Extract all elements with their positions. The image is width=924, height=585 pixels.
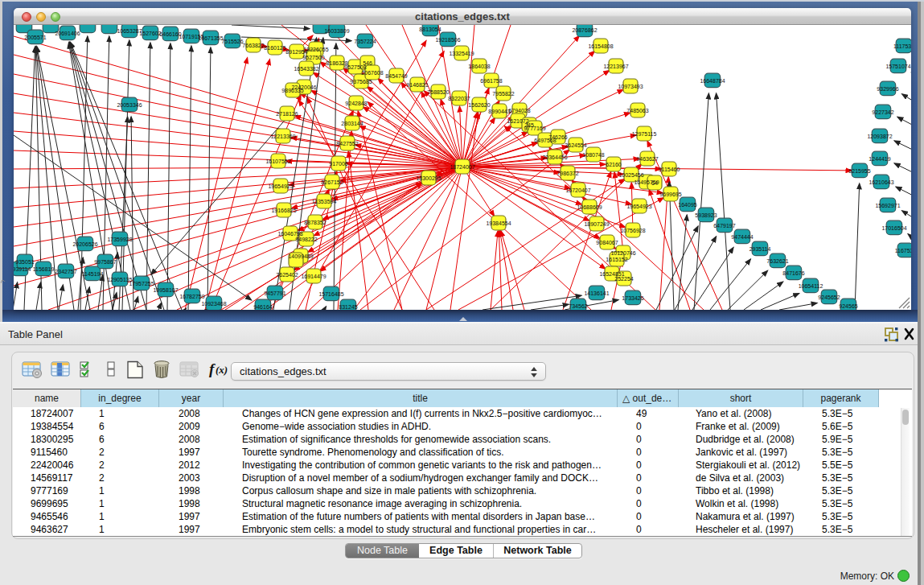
svg-text:1615152: 1615152 bbox=[606, 257, 627, 262]
svg-text:18907249: 18907249 bbox=[584, 221, 609, 227]
svg-text:7357224: 7357224 bbox=[354, 39, 376, 44]
svg-text:19654923: 19654923 bbox=[626, 204, 651, 209]
svg-text:12093872: 12093872 bbox=[867, 134, 892, 139]
svg-text:16914479: 16914479 bbox=[301, 274, 326, 279]
svg-text:1145194: 1145194 bbox=[82, 271, 104, 277]
svg-text:7663822: 7663822 bbox=[242, 43, 264, 48]
svg-text:9375685: 9375685 bbox=[350, 79, 372, 84]
svg-text:1156819: 1156819 bbox=[33, 266, 55, 272]
svg-text:7632621: 7632621 bbox=[766, 258, 788, 264]
svg-text:20876862: 20876862 bbox=[572, 27, 597, 33]
svg-text:(x): (x) bbox=[216, 364, 228, 376]
svg-text:16671355: 16671355 bbox=[198, 35, 223, 41]
svg-text:16033809: 16033809 bbox=[324, 28, 349, 34]
svg-text:9474444: 9474444 bbox=[731, 234, 753, 240]
svg-text:9329966: 9329966 bbox=[877, 86, 898, 92]
svg-text:20364456: 20364456 bbox=[542, 154, 567, 160]
svg-text:9146821: 9146821 bbox=[406, 82, 428, 88]
svg-text:946164: 946164 bbox=[253, 304, 272, 310]
svg-text:1864038: 1864038 bbox=[468, 64, 490, 69]
svg-text:2005571: 2005571 bbox=[24, 35, 46, 40]
svg-text:2803144: 2803144 bbox=[341, 121, 363, 126]
svg-text:924565: 924565 bbox=[839, 303, 857, 309]
svg-text:1117538: 1117538 bbox=[893, 43, 911, 49]
svg-text:8813054: 8813054 bbox=[419, 27, 441, 32]
svg-text:9245652: 9245652 bbox=[818, 295, 840, 300]
svg-text:7485063: 7485063 bbox=[626, 108, 648, 113]
svg-text:16107552: 16107552 bbox=[265, 159, 290, 164]
svg-text:f: f bbox=[209, 360, 216, 377]
svg-text:3624554: 3624554 bbox=[565, 142, 586, 148]
svg-text:15751074: 15751074 bbox=[885, 64, 910, 69]
svg-text:16782759: 16782759 bbox=[179, 294, 204, 299]
svg-text:16210643: 16210643 bbox=[869, 179, 893, 185]
svg-text:1080748: 1080748 bbox=[582, 152, 604, 158]
svg-text:6961758: 6961758 bbox=[480, 78, 502, 84]
svg-text:1733426: 1733426 bbox=[622, 295, 643, 301]
svg-text:10756928: 10756928 bbox=[620, 228, 645, 233]
svg-text:9463627: 9463627 bbox=[636, 156, 658, 162]
svg-text:17016504: 17016504 bbox=[881, 225, 906, 231]
svg-text:917006: 917006 bbox=[329, 161, 347, 167]
svg-text:15716485: 15716485 bbox=[318, 291, 343, 297]
svg-text:14136141: 14136141 bbox=[584, 290, 609, 296]
svg-text:9227342: 9227342 bbox=[872, 109, 893, 115]
svg-text:10653287: 10653287 bbox=[117, 28, 142, 34]
svg-text:16154808: 16154808 bbox=[588, 43, 613, 49]
svg-text:12213967: 12213967 bbox=[603, 64, 628, 69]
svg-text:8267150: 8267150 bbox=[321, 179, 343, 185]
svg-text:734562: 734562 bbox=[569, 303, 587, 309]
svg-text:18226055: 18226055 bbox=[303, 47, 328, 52]
svg-text:18300295: 18300295 bbox=[416, 175, 441, 181]
svg-text:1244419: 1244419 bbox=[869, 156, 890, 162]
svg-text:10120746: 10120746 bbox=[610, 250, 635, 256]
svg-text:6479197: 6479197 bbox=[713, 223, 735, 229]
svg-text:2935114: 2935114 bbox=[749, 246, 771, 252]
svg-text:17359928: 17359928 bbox=[107, 237, 132, 242]
svg-text:11353594: 11353594 bbox=[312, 199, 337, 204]
svg-text:1167533: 1167533 bbox=[895, 248, 911, 253]
svg-text:19384554: 19384554 bbox=[486, 220, 511, 226]
svg-text:8878352: 8878352 bbox=[304, 220, 326, 225]
svg-text:20053346: 20053346 bbox=[117, 102, 142, 108]
svg-text:252254: 252254 bbox=[614, 276, 633, 282]
svg-text:15720407: 15720407 bbox=[565, 187, 590, 193]
svg-text:6794028: 6794028 bbox=[508, 108, 530, 113]
svg-text:64: 64 bbox=[651, 180, 658, 186]
svg-text:10923468: 10923468 bbox=[201, 301, 226, 307]
svg-text:18724007: 18724007 bbox=[450, 164, 474, 170]
svg-text:10973493: 10973493 bbox=[618, 84, 643, 89]
svg-text:2342757: 2342757 bbox=[55, 269, 76, 274]
svg-text:2718126: 2718126 bbox=[276, 111, 298, 117]
svg-text:9242848: 9242848 bbox=[345, 101, 367, 106]
svg-text:5938923: 5938923 bbox=[695, 212, 717, 218]
svg-text:15692971: 15692971 bbox=[875, 203, 900, 208]
svg-text:9896335: 9896335 bbox=[281, 88, 303, 93]
svg-text:17957255: 17957255 bbox=[129, 281, 154, 286]
svg-text:1562620: 1562620 bbox=[468, 102, 490, 108]
svg-text:831245: 831245 bbox=[339, 304, 357, 310]
svg-text:20691406: 20691406 bbox=[55, 31, 80, 36]
svg-text:14099489: 14099489 bbox=[288, 253, 313, 259]
svg-text:13325419: 13325419 bbox=[449, 51, 474, 56]
svg-text:2067608: 2067608 bbox=[361, 70, 383, 76]
svg-text:164095: 164095 bbox=[678, 202, 696, 208]
svg-text:7955822: 7955822 bbox=[492, 91, 514, 97]
svg-text:7515526: 7515526 bbox=[221, 39, 243, 44]
svg-text:10025456: 10025456 bbox=[618, 172, 643, 178]
svg-text:19654925: 19654925 bbox=[268, 183, 293, 189]
svg-text:10654112: 10654112 bbox=[799, 283, 823, 289]
svg-text:62160: 62160 bbox=[606, 162, 622, 167]
svg-text:7625402: 7625402 bbox=[276, 272, 298, 278]
svg-text:746266: 746266 bbox=[548, 134, 567, 140]
svg-text:8215955: 8215955 bbox=[848, 168, 870, 174]
svg-text:19166825: 19166825 bbox=[271, 208, 296, 213]
svg-text:20206526: 20206526 bbox=[72, 241, 97, 247]
svg-text:8160125: 8160125 bbox=[264, 45, 285, 51]
svg-text:19218506: 19218506 bbox=[435, 37, 460, 43]
svg-text:9777169: 9777169 bbox=[524, 126, 545, 131]
svg-text:9084067: 9084067 bbox=[596, 240, 618, 245]
svg-text:935051: 935051 bbox=[15, 259, 34, 265]
svg-text:16543382: 16543382 bbox=[294, 66, 318, 72]
svg-text:1527602: 1527602 bbox=[139, 31, 161, 36]
